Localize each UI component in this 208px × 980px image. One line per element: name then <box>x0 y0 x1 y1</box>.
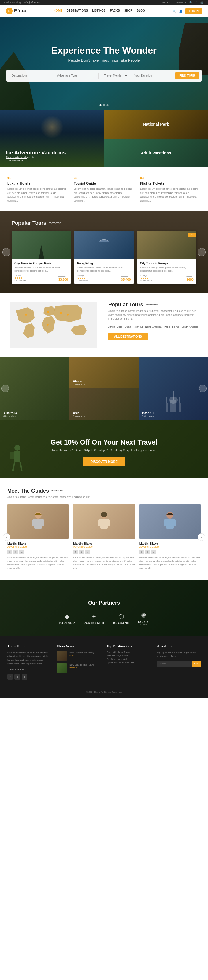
hero-dot-3[interactable] <box>106 104 109 106</box>
footer-news-item-2: New Leaf To The Future March 4 <box>57 663 101 673</box>
nav-listings[interactable]: LISTINGS <box>92 9 105 13</box>
map-section: Popular Tours 〜〜〜 About this listing Lor… <box>0 293 208 356</box>
footer-newsletter-col: Newsletter Sign up for our mailing list … <box>157 644 201 679</box>
footer-twitter-icon[interactable]: t <box>14 674 20 680</box>
tours-next-button[interactable]: › <box>198 248 206 256</box>
find-tour-button[interactable]: FIND TOUR <box>175 72 199 79</box>
about-link[interactable]: ABOUT <box>162 1 171 4</box>
dest-istanbul-label: Istanbul 10 to number <box>142 411 156 417</box>
user-icon[interactable]: 👤 <box>179 10 183 13</box>
footer-email-input[interactable] <box>157 661 192 667</box>
feature-1-title: Luxury Hotels <box>7 181 68 185</box>
map-visual <box>7 302 100 348</box>
guide-2-twitter-icon[interactable]: t <box>79 550 84 554</box>
guide-3-twitter-icon[interactable]: t <box>145 550 150 554</box>
logo[interactable]: E Efora <box>6 8 26 14</box>
tour-card-3-old-price: $750 <box>187 275 194 278</box>
guides-header: Meet The Guides 〜〜〜 About this listing L… <box>7 488 201 498</box>
guide-1-name: Martin Blake <box>7 542 69 545</box>
footer-dest-1[interactable]: Greenville, New Jersey <box>106 651 151 654</box>
guide-1-photo <box>7 504 69 539</box>
tour-card-2-image <box>74 231 133 259</box>
nav-home[interactable]: HOME <box>54 9 62 13</box>
nav-packs[interactable]: PACKS <box>110 9 120 13</box>
footer-top: About Efora Lorem ipsum dolor sit amet, … <box>7 644 201 679</box>
footer-instagram-icon[interactable]: in <box>22 674 27 680</box>
guide-3-facebook-icon[interactable]: f <box>139 550 144 554</box>
footer-dest-3[interactable]: Old Oaks, New York <box>106 658 151 660</box>
guide-3-linkedin-icon[interactable]: in <box>151 550 156 554</box>
partners-title: Our Partners <box>7 600 201 606</box>
discover-more-button[interactable]: DISCOVER MORE <box>83 457 125 466</box>
footer-news-date-2: March 4 <box>69 667 94 669</box>
destination-input[interactable] <box>9 72 51 79</box>
tag-dubai[interactable]: Dubai <box>125 325 132 328</box>
nav-destinations[interactable]: DESTINATIONS <box>67 9 88 13</box>
all-destinations-button[interactable]: ALL DESTINATIONS <box>108 332 148 340</box>
gallery-prev-button[interactable]: ‹ <box>2 385 9 392</box>
footer-dest-2[interactable]: The Heights, Oakland <box>106 654 151 657</box>
partners-content: ~~~ Our Partners ◆ PARTNER ✦ PARTNERCO ⬡… <box>7 590 201 626</box>
top-bar-left: Order tracking info@efora.com <box>4 1 42 4</box>
gallery-main: Australia 6 to number Africa 5 to number… <box>0 356 208 420</box>
nav-shop[interactable]: SHOP <box>124 9 132 13</box>
footer-newsletter-text: Sign up for our mailing list to get late… <box>157 651 201 659</box>
nav-blog[interactable]: BLOG <box>137 9 145 13</box>
search-icon[interactable]: 🔍 <box>189 1 192 4</box>
gallery-next-button[interactable]: › <box>199 385 206 392</box>
heart-icon[interactable]: ♡ <box>195 1 198 4</box>
hero-dots <box>100 104 109 106</box>
featured-learn-more-button[interactable]: LEARN MORE <box>6 158 27 163</box>
tour-card-2-reviews: 7 Reviews <box>77 279 88 282</box>
tour-cards-container: City Tours in Europe, Paris About this l… <box>11 231 197 284</box>
footer-about-text: Lorem ipsum dolor sit amet, consectetur … <box>7 651 51 666</box>
partners-logos: ◆ PARTNER ✦ PARTNERCO ⬡ BEARAND ✺ Studio… <box>7 612 201 626</box>
guide-2-linkedin-icon[interactable]: in <box>85 550 90 554</box>
cart-icon[interactable]: 🛒 <box>200 1 204 4</box>
tag-north-america[interactable]: North America <box>145 325 162 328</box>
search-separator-3 <box>130 73 130 79</box>
login-button[interactable]: LOG IN <box>186 8 202 14</box>
tag-istanbul[interactable]: Istanbul <box>134 325 143 328</box>
guide-1-twitter-icon[interactable]: t <box>13 550 18 554</box>
footer-facebook-icon[interactable]: f <box>7 674 13 680</box>
guide-card-1: Martin Blake Adventure Guide f t in Lore… <box>7 504 69 570</box>
tour-card-2-title: Paragliding <box>77 262 130 265</box>
tag-asia[interactable]: Asia <box>117 325 122 328</box>
tag-south-america[interactable]: South America <box>181 325 198 328</box>
guide-2-facebook-icon[interactable]: f <box>73 550 78 554</box>
tag-africa[interactable]: Africa <box>108 325 115 328</box>
hero-dot-1[interactable] <box>100 104 102 106</box>
tour-card-2-text: About this listing Lorem ipsum dolor sit… <box>77 266 130 272</box>
partner-1-name: PARTNER <box>59 622 75 625</box>
travel-month-select[interactable]: Travel Month <box>100 72 128 79</box>
popular-tours-title: Popular Tours 〜〜〜 <box>11 220 197 226</box>
contact-link[interactable]: CONTACT <box>174 1 186 4</box>
hero-dot-2[interactable] <box>103 104 105 106</box>
hero-search-bar: Travel Month FIND TOUR <box>6 70 202 81</box>
footer-destinations-col: Top Destinations Greenville, New Jersey … <box>106 644 151 679</box>
tag-rome[interactable]: Rome <box>172 325 179 328</box>
partner-3: ⬡ BEARAND <box>113 613 129 625</box>
dest-australia: Australia 6 to number <box>0 356 69 420</box>
partner-4-sub: & Beats <box>138 624 149 626</box>
svg-rect-12 <box>166 397 167 403</box>
footer-dest-4[interactable]: Upper East Side, New York <box>106 661 151 664</box>
tours-prev-button[interactable]: ‹ <box>2 248 10 256</box>
guide-1-linkedin-icon[interactable]: in <box>19 550 24 554</box>
search-nav-icon[interactable]: 🔍 <box>173 10 176 13</box>
tag-paris[interactable]: Paris <box>164 325 170 328</box>
guides-next-button[interactable]: › <box>198 533 205 541</box>
footer-social: f t in <box>7 674 51 680</box>
guides-prev-button[interactable]: ‹ <box>3 533 10 541</box>
footer-email-submit[interactable]: GO <box>192 661 201 667</box>
footer-news-title: Efora News <box>57 644 101 648</box>
order-tracking-link[interactable]: Order tracking <box>4 1 21 4</box>
tour-card-3-info: 4 Days ★★★★ 12 Reviews <box>140 274 152 282</box>
guide-1-facebook-icon[interactable]: f <box>7 550 12 554</box>
footer-about-title: About Efora <box>7 644 51 648</box>
tour-card-1-price: $3,500 <box>58 278 68 281</box>
duration-input[interactable] <box>132 72 174 79</box>
tour-card-1-stars: ★★★★ <box>14 277 26 279</box>
adventure-type-input[interactable] <box>54 72 97 79</box>
